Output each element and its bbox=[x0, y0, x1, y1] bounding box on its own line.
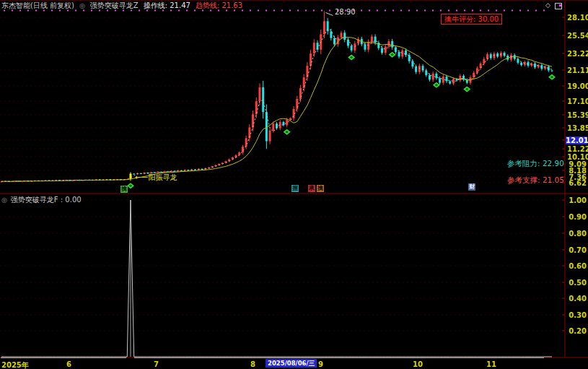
price-axis-label: 28.10 bbox=[567, 14, 587, 22]
date-axis: 2025年 2025/08/06/三 67891011 bbox=[0, 358, 588, 369]
tag-badge: 财 bbox=[468, 183, 475, 191]
price-axis-label: 23.22 bbox=[567, 50, 587, 58]
price-axis-label: 21.11 bbox=[567, 66, 587, 74]
sub-indicator-icon: ◎ bbox=[1, 196, 7, 204]
indicator-icon: ◎ bbox=[79, 2, 85, 9]
price-axis-label: 15.39 bbox=[567, 111, 587, 119]
date-tick-label: 9 bbox=[318, 360, 323, 368]
date-tick-label: 8 bbox=[250, 360, 255, 368]
op-line-value: 操作线: 21.47 bbox=[144, 1, 190, 11]
sub-axis-label: 0.40 bbox=[567, 295, 587, 303]
sub-axis-label: 0.50 bbox=[567, 279, 587, 287]
diamond-icon[interactable]: ◇ bbox=[545, 1, 550, 9]
bull-score-badge: 擒牛评分: 30.00 bbox=[441, 14, 502, 25]
sub-axis-label: 0.20 bbox=[567, 327, 587, 335]
sub-axis-label: 0.70 bbox=[567, 246, 587, 254]
support-label: 参考支撑: 21.05 bbox=[507, 175, 564, 186]
resistance-label: 参考阻力: 22.90 bbox=[507, 159, 564, 169]
price-axis-label-highlight: 12.01 bbox=[566, 136, 587, 144]
trading-app-window: 东杰智能(日线 前复权) ◎ 强势突破寻龙Z 操作线: 21.47 趋势线: 2… bbox=[0, 0, 588, 369]
date-axis-year: 2025年 bbox=[1, 360, 29, 369]
panel-icon[interactable] bbox=[555, 3, 562, 9]
peak-price-annotation: 28.90 bbox=[335, 8, 356, 16]
tag-badge: 承 bbox=[308, 185, 315, 192]
selected-date-badge: 2025/08/06/三 bbox=[266, 359, 317, 368]
price-axis-label: 6.62 bbox=[567, 179, 587, 187]
price-axis-label: 19.00 bbox=[567, 82, 587, 90]
date-tick-label: 6 bbox=[66, 360, 71, 368]
date-tick-label: 11 bbox=[486, 360, 496, 368]
price-axis-label: 25.54 bbox=[567, 32, 587, 40]
stock-title: 东杰智能(日线 前复权) bbox=[1, 1, 74, 11]
sub-axis-label: 1.00 bbox=[567, 196, 587, 204]
sub-axis-label: 0.30 bbox=[567, 311, 587, 319]
sub-indicator-name[interactable]: 强势突破寻龙F : 0.00 bbox=[11, 195, 82, 205]
price-axis-label: 11.22 bbox=[567, 145, 587, 153]
trend-line-value: 趋势线: 21.63 bbox=[196, 1, 242, 11]
price-axis-label: 13.85 bbox=[567, 124, 587, 132]
sub-axis-label: 0.60 bbox=[567, 262, 587, 270]
date-tick-label: 7 bbox=[154, 360, 159, 368]
tag-badge: 握 bbox=[291, 185, 299, 192]
tag-badge: 擒 bbox=[317, 185, 324, 192]
sub-axis-label: 0.90 bbox=[567, 213, 587, 221]
price-axis-label: 17.10 bbox=[567, 97, 587, 105]
signal-annotation: ←一阳振寻龙 bbox=[135, 173, 177, 183]
sub-axis-label: 0.80 bbox=[567, 230, 587, 238]
indicator-name[interactable]: 强势突破寻龙Z bbox=[90, 1, 139, 11]
tag-badge: 擒 bbox=[120, 186, 128, 193]
header-bar: 东杰智能(日线 前复权) ◎ 强势突破寻龙Z 操作线: 21.47 趋势线: 2… bbox=[1, 1, 242, 11]
date-tick-label: 10 bbox=[413, 360, 423, 368]
sub-panel-title: ◎ 强势突破寻龙F : 0.00 bbox=[1, 195, 82, 205]
panel-icon-dot bbox=[559, 4, 561, 6]
